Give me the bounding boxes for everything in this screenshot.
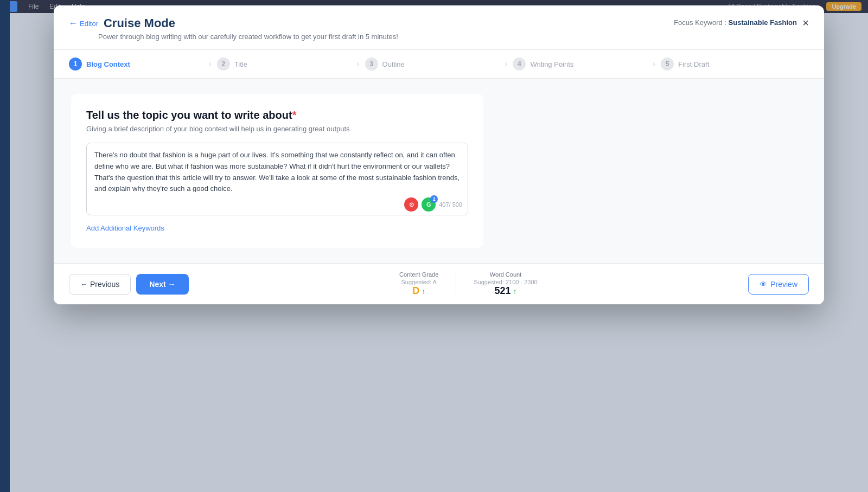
footer-metrics: Content Grade Suggested: A D ↑ Word Coun… bbox=[189, 271, 749, 297]
preview-eye-icon: 👁 bbox=[760, 280, 767, 289]
modal-title: Cruise Mode bbox=[104, 16, 175, 30]
word-count-suggested: Suggested: 2100 - 2300 bbox=[474, 279, 537, 285]
step-4-label: Writing Points bbox=[530, 60, 573, 68]
content-card: Tell us the topic you want to write abou… bbox=[71, 94, 483, 248]
step-2-label: Title bbox=[234, 60, 247, 68]
previous-button[interactable]: ← Previous bbox=[69, 274, 131, 295]
step-first-draft[interactable]: 5 First Draft bbox=[661, 50, 809, 78]
char-count: 407/ 500 bbox=[439, 201, 462, 208]
target-icon[interactable]: ⊙ bbox=[404, 197, 418, 212]
footer-nav-buttons: ← Previous Next → bbox=[69, 274, 189, 295]
section-title: Tell us the topic you want to write abou… bbox=[86, 109, 468, 122]
step-writing-points[interactable]: 4 Writing Points › bbox=[513, 50, 661, 78]
footer-divider bbox=[456, 271, 456, 293]
preview-label: Preview bbox=[770, 280, 797, 289]
sidebar bbox=[0, 0, 10, 492]
step-5-number: 5 bbox=[661, 57, 674, 71]
add-keywords-link[interactable]: Add Additional Keywords bbox=[86, 224, 164, 232]
word-count-value: 521 ↑ bbox=[494, 285, 516, 297]
steps-navigation: 1 Blog Context › 2 Title › 3 Outline › 4… bbox=[54, 50, 824, 79]
preview-button[interactable]: 👁 Preview bbox=[748, 274, 809, 295]
context-textarea-wrapper: ⊙ G 2 407/ 500 bbox=[86, 143, 468, 215]
step-3-label: Outline bbox=[382, 60, 405, 68]
grammarly-icon[interactable]: G 2 bbox=[422, 197, 436, 212]
required-star: * bbox=[292, 109, 297, 121]
step-title[interactable]: 2 Title › bbox=[217, 50, 365, 78]
cruise-mode-modal: ← Editor Cruise Mode Power through blog … bbox=[54, 5, 824, 304]
word-count-label: Word Count bbox=[490, 271, 522, 278]
step-5-label: First Draft bbox=[678, 60, 709, 68]
grammarly-badge: 2 bbox=[430, 195, 438, 203]
back-arrow-icon: ← bbox=[69, 18, 78, 28]
step-3-number: 3 bbox=[365, 57, 378, 71]
content-grade-suggested: Suggested: A bbox=[401, 279, 436, 285]
main-layout: ← Editor Cruise Mode Power through blog … bbox=[0, 13, 868, 492]
modal-body: Tell us the topic you want to write abou… bbox=[54, 79, 824, 263]
step-blog-context[interactable]: 1 Blog Context › bbox=[69, 50, 217, 78]
modal-header: ← Editor Cruise Mode Power through blog … bbox=[54, 5, 824, 50]
content-grade-label: Content Grade bbox=[399, 271, 438, 278]
step-3-chevron: › bbox=[505, 59, 513, 69]
blog-context-textarea[interactable] bbox=[87, 143, 468, 192]
step-4-chevron: › bbox=[653, 59, 661, 69]
focus-keyword-display: Focus Keyword : Sustainable Fashion bbox=[674, 18, 797, 27]
content-grade-metric: Content Grade Suggested: A D ↑ bbox=[399, 271, 438, 297]
textarea-footer: ⊙ G 2 407/ 500 bbox=[87, 194, 468, 215]
step-1-label: Blog Context bbox=[86, 60, 130, 68]
back-to-editor-button[interactable]: ← Editor bbox=[69, 18, 98, 28]
focus-keyword-label: Focus Keyword : bbox=[674, 18, 726, 27]
modal-overlay: ← Editor Cruise Mode Power through blog … bbox=[10, 0, 868, 492]
content-grade-up-arrow: ↑ bbox=[422, 287, 425, 296]
step-2-chevron: › bbox=[356, 59, 365, 69]
focus-keyword-value: Sustainable Fashion bbox=[729, 18, 797, 27]
close-modal-button[interactable]: × bbox=[798, 15, 813, 30]
next-button[interactable]: Next → bbox=[136, 274, 188, 295]
word-count-metric: Word Count Suggested: 2100 - 2300 521 ↑ bbox=[474, 271, 537, 297]
step-4-number: 4 bbox=[513, 57, 526, 71]
back-label: Editor bbox=[80, 20, 98, 28]
step-1-chevron: › bbox=[208, 59, 216, 69]
modal-footer: ← Previous Next → Content Grade Suggeste… bbox=[54, 263, 824, 304]
content-grade-value: D ↑ bbox=[412, 285, 425, 297]
section-subtitle: Giving a brief description of your blog … bbox=[86, 125, 468, 133]
step-outline[interactable]: 3 Outline › bbox=[365, 50, 513, 78]
modal-subtitle: Power through blog writing with our care… bbox=[98, 33, 809, 41]
step-2-number: 2 bbox=[217, 57, 230, 71]
word-count-up-arrow: ↑ bbox=[513, 287, 516, 296]
step-1-number: 1 bbox=[69, 57, 82, 71]
